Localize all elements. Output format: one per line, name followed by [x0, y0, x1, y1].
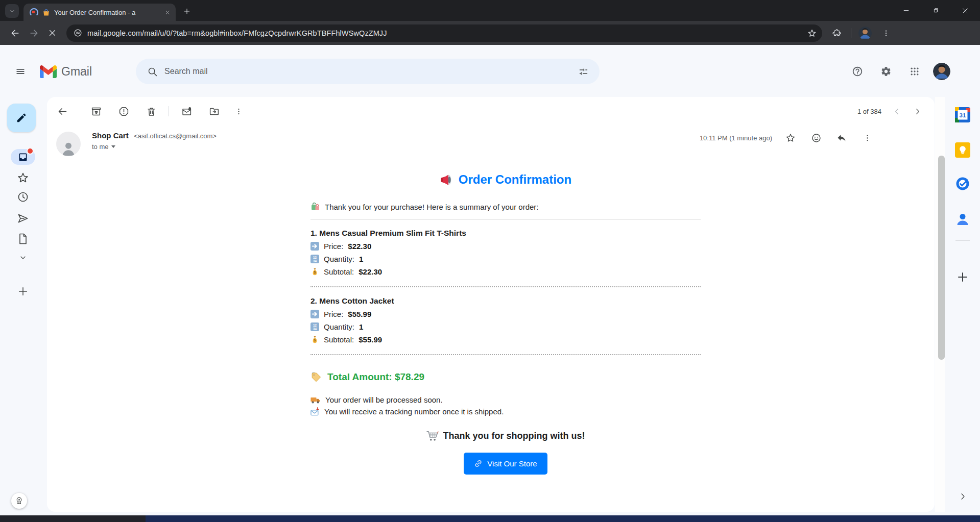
email-title-row: Order Confirmation [310, 172, 701, 187]
settings-gear-icon[interactable] [876, 61, 896, 82]
subtotal-label: Subtotal: [324, 335, 354, 344]
shopping-bags-icon [310, 202, 320, 212]
sidebar-item-sent[interactable] [17, 212, 29, 225]
window-minimize-button[interactable] [891, 0, 921, 21]
item-price-row: Price: $22.30 [310, 240, 701, 253]
gmail-m-icon [40, 65, 57, 78]
extensions-icon[interactable] [829, 26, 844, 40]
sender-avatar[interactable] [56, 132, 81, 156]
browser-menu-kebab-icon[interactable] [879, 26, 893, 40]
svg-text:34: 34 [313, 327, 317, 331]
tab-title: Your Order Confirmation - a [54, 9, 158, 16]
arrow-right-icon [310, 242, 319, 251]
main-menu-hamburger-icon[interactable] [8, 59, 33, 84]
url-text[interactable]: mail.google.com/mail/u/0/?tab=rm&ogbl#in… [87, 29, 801, 37]
search-input[interactable] [163, 66, 572, 77]
email-intro-row: Thank you for your purchase! Here is a s… [310, 202, 701, 212]
email-footer-row: Thank you for shopping with us! [310, 431, 701, 441]
window-controls [891, 0, 980, 21]
total-amount-text: Total Amount: $78.29 [327, 371, 424, 383]
message-timestamp: 10:11 PM (1 minute ago) [700, 134, 772, 142]
money-bag-icon: $ [310, 267, 319, 276]
window-restore-button[interactable] [921, 0, 950, 21]
calendar-panel-icon[interactable]: 31 [955, 107, 970, 122]
gmail-header-right [847, 61, 972, 82]
browser-tab[interactable]: Your Order Confirmation - a [23, 4, 176, 21]
subtotal-label: Subtotal: [324, 267, 354, 276]
sidebar-item-inbox[interactable] [11, 149, 35, 165]
archive-icon[interactable] [86, 101, 106, 121]
price-value: $55.99 [348, 310, 371, 318]
mark-unread-icon[interactable] [176, 101, 197, 121]
browser-titlebar: Your Order Confirmation - a [0, 0, 980, 21]
browser-profile-avatar[interactable] [858, 27, 872, 40]
new-tab-button[interactable] [180, 4, 194, 18]
recipient-dropdown[interactable]: to me [92, 143, 217, 151]
price-label: Price: [324, 242, 343, 251]
item-price-row: Price: $55.99 [310, 308, 701, 320]
scrollbar-thumb[interactable] [938, 156, 945, 360]
newer-conversation-chevron-icon[interactable] [887, 101, 907, 121]
message-kebab-icon[interactable] [857, 128, 877, 148]
item-name: 1. Mens Casual Premium Slim Fit T-Shirts [310, 229, 701, 238]
window-close-button[interactable] [950, 0, 980, 21]
older-conversation-chevron-icon[interactable] [907, 101, 927, 121]
arrow-right-icon [310, 310, 319, 318]
search-options-tune-icon[interactable] [572, 60, 594, 83]
browser-back-button[interactable] [6, 24, 25, 42]
subtotal-value: $22.30 [358, 267, 382, 276]
price-label: Price: [324, 310, 343, 318]
site-info-icon[interactable] [74, 29, 82, 37]
browser-forward-button[interactable] [25, 24, 43, 42]
tasks-panel-icon[interactable] [955, 176, 970, 191]
tab-search-button[interactable] [5, 4, 19, 18]
tracking-note-row: You will receive a tracking number once … [310, 406, 701, 417]
omnibox[interactable]: mail.google.com/mail/u/0/?tab=rm&ogbl#in… [66, 24, 822, 42]
star-message-icon[interactable] [780, 128, 801, 148]
gmail-logo[interactable]: Gmail [40, 65, 92, 79]
tab-close-icon[interactable] [162, 7, 173, 17]
item-quantity-row: 1234 Quantity: 1 [310, 253, 701, 265]
sidebar-item-drafts[interactable] [17, 233, 29, 245]
email-body: Order Confirmation Thank you for your pu… [310, 172, 701, 475]
award-badge-icon[interactable] [11, 493, 27, 509]
keep-panel-icon[interactable] [955, 142, 970, 158]
move-to-folder-icon[interactable] [204, 101, 224, 121]
emoji-reaction-icon[interactable] [806, 128, 826, 148]
sidebar-item-starred[interactable] [17, 171, 29, 184]
caret-down-icon [111, 145, 115, 148]
browser-toolbar: mail.google.com/mail/u/0/?tab=rm&ogbl#in… [0, 21, 980, 45]
shopping-cart-icon [426, 431, 439, 441]
reply-icon[interactable] [831, 128, 852, 148]
help-icon[interactable] [847, 61, 868, 82]
item-subtotal-row: $ Subtotal: $55.99 [310, 333, 701, 346]
megaphone-icon [440, 173, 453, 187]
visit-store-button[interactable]: Visit Our Store [464, 453, 547, 475]
contacts-panel-icon[interactable] [955, 212, 970, 227]
sidebar-add-label-button[interactable] [17, 286, 29, 297]
item-quantity-row: 1234 Quantity: 1 [310, 320, 701, 333]
svg-text:$: $ [314, 270, 316, 275]
search-bar[interactable] [136, 59, 600, 84]
email-intro: Thank you for your purchase! Here is a s… [325, 203, 539, 211]
inbox-envelope-arrow-icon [310, 407, 320, 416]
chevron-down-icon [9, 8, 15, 14]
back-to-inbox-button[interactable] [52, 101, 73, 121]
more-options-kebab-icon[interactable] [228, 101, 249, 121]
google-apps-grid-icon[interactable] [904, 61, 925, 82]
delete-trash-icon[interactable] [141, 101, 161, 121]
account-avatar[interactable] [933, 63, 950, 80]
compose-button[interactable] [7, 104, 36, 132]
price-tag-icon [310, 371, 322, 383]
sidebar-item-snoozed[interactable] [17, 191, 29, 203]
quantity-label: Quantity: [324, 322, 354, 331]
browser-stop-loading-button[interactable] [43, 24, 61, 42]
search-icon[interactable] [141, 60, 163, 83]
report-spam-icon[interactable] [113, 101, 134, 121]
bookmark-star-icon[interactable] [806, 27, 818, 39]
price-value: $22.30 [348, 242, 371, 251]
tab-loading-spinner-icon [30, 8, 38, 17]
get-addons-button[interactable] [955, 269, 970, 285]
sidebar-more-chevron-icon[interactable] [19, 254, 27, 262]
show-side-panel-chevron-icon[interactable] [955, 489, 970, 504]
